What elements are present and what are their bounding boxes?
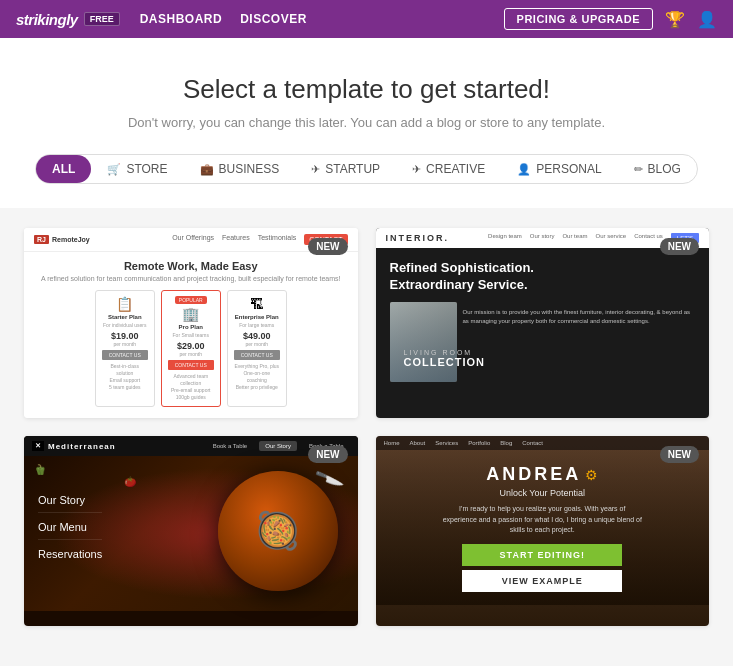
tab-store-label: STORE (126, 162, 167, 176)
view-button-remotejoy[interactable]: VIEW EXAMPLE (111, 327, 271, 359)
tab-blog[interactable]: ✏ BLOG (618, 155, 697, 183)
tab-business[interactable]: 💼 BUSINESS (184, 155, 296, 183)
pricing-upgrade-button[interactable]: PRICING & UPGRADE (504, 8, 653, 30)
tab-creative[interactable]: ✈ CREATIVE (396, 155, 501, 183)
business-icon: 💼 (200, 163, 214, 176)
free-badge: FREE (84, 12, 120, 26)
tab-blog-label: BLOG (648, 162, 681, 176)
hero-subtitle: Don't worry, you can change this later. … (20, 115, 713, 130)
tab-all-label: ALL (52, 162, 75, 176)
store-icon: 🛒 (107, 163, 121, 176)
template-mediterranean[interactable]: ✕ Mediterranean Book a Table Our Story B… (24, 436, 358, 626)
hero-section: Select a template to get started! Don't … (0, 38, 733, 208)
nav-right: PRICING & UPGRADE 🏆 👤 (504, 8, 717, 30)
tab-personal-label: PERSONAL (536, 162, 601, 176)
hero-title: Select a template to get started! (20, 74, 713, 105)
filter-bar: ALL 🛒 STORE 💼 BUSINESS ✈ STARTUP ✈ CREAT… (35, 154, 698, 184)
template-section: RJ RemoteJoy Our OfferingsFeaturesTestim… (0, 208, 733, 656)
edit-button-interior[interactable]: START EDITING! (462, 287, 622, 319)
view-button-interior[interactable]: VIEW EXAMPLE (462, 327, 622, 359)
tab-personal[interactable]: 👤 PERSONAL (501, 155, 617, 183)
view-button-med[interactable]: VIEW EXAMPLE (111, 535, 271, 567)
edit-button-remotejoy[interactable]: START EDITING! (111, 287, 271, 319)
tab-business-label: BUSINESS (219, 162, 280, 176)
blog-icon: ✏ (634, 163, 643, 176)
template-andrea[interactable]: HomeAboutServicesPortfolioBlogContact AN… (376, 436, 710, 626)
user-icon: 👤 (697, 10, 717, 29)
nav-links: DASHBOARD DISCOVER (140, 12, 484, 26)
edit-button-andrea[interactable]: START EDITING! (462, 495, 622, 527)
tab-all[interactable]: ALL (36, 155, 91, 183)
template-remotejoy[interactable]: RJ RemoteJoy Our OfferingsFeaturesTestim… (24, 228, 358, 418)
startup-icon: ✈ (311, 163, 320, 176)
creative-icon: ✈ (412, 163, 421, 176)
navbar: strikingly FREE DASHBOARD DISCOVER PRICI… (0, 0, 733, 38)
nav-discover[interactable]: DISCOVER (240, 12, 307, 26)
nav-dashboard[interactable]: DASHBOARD (140, 12, 223, 26)
tab-store[interactable]: 🛒 STORE (91, 155, 183, 183)
template-interior[interactable]: INTERIOR. Design teamOur storyOur teamOu… (376, 228, 710, 418)
view-button-andrea[interactable]: VIEW EXAMPLE (462, 535, 622, 567)
trophy-icon: 🏆 (665, 10, 685, 29)
brand-logo: strikingly (16, 11, 78, 28)
tab-startup[interactable]: ✈ STARTUP (295, 155, 396, 183)
edit-button-med[interactable]: START EDITING! (111, 495, 271, 527)
tab-startup-label: STARTUP (325, 162, 380, 176)
brand: strikingly FREE (16, 11, 120, 28)
template-grid: RJ RemoteJoy Our OfferingsFeaturesTestim… (24, 228, 709, 626)
personal-icon: 👤 (517, 163, 531, 176)
tab-creative-label: CREATIVE (426, 162, 485, 176)
